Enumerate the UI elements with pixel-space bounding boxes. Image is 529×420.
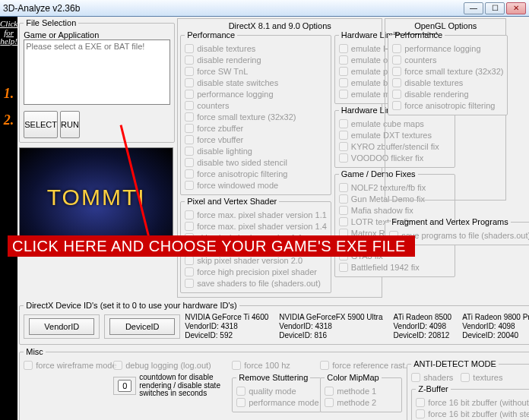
wireframe-check[interactable] [24, 361, 33, 370]
stutter-quality-check[interactable] [236, 387, 245, 396]
zb-1-label: force 16 bit zbuffer (with stencil) [428, 409, 529, 418]
mip2-label: methode 2 [337, 398, 376, 407]
ogl-perf-2-label: force small texture (32x32) [404, 67, 503, 76]
ogl-perf-3-check[interactable] [392, 78, 401, 87]
mip1-check[interactable] [325, 387, 334, 396]
zb-1-check[interactable] [416, 409, 425, 418]
dx-perf-7-label: force zbuffer [197, 124, 243, 133]
dx-perf-11-check[interactable] [185, 169, 194, 178]
ad-textures-check[interactable] [461, 373, 470, 382]
debuglog-check[interactable] [113, 361, 122, 370]
ogl-perf-1-label: counters [404, 55, 436, 65]
ogl-perf-4-label: disable rendering [404, 90, 468, 99]
dx-perf-legend: Performance [185, 30, 237, 39]
maximize-button[interactable]: ☐ [485, 2, 505, 14]
dx-caps-0-check[interactable] [339, 44, 348, 53]
run-button[interactable]: RUN [60, 111, 80, 138]
ogl-legend: OpenGL Options [411, 21, 480, 30]
dx-perf-0-check[interactable] [185, 44, 194, 53]
vendorid-button[interactable]: VendorID [29, 318, 94, 335]
dx-caps-4-check[interactable] [339, 90, 348, 99]
dx-perf-12-check[interactable] [185, 181, 194, 190]
force100hz-check[interactable] [232, 361, 241, 370]
dx-perf-7-check[interactable] [185, 124, 194, 133]
file-selection-legend: File Selection [24, 18, 78, 27]
dx-pvs-1-label: force max. pixel shader version 1.4 [197, 222, 327, 231]
dx-pvs-6-label: save shaders to file (shaders.out) [197, 279, 321, 288]
dx-pvs-4-check[interactable] [185, 256, 194, 265]
ogl-perf-4-check[interactable] [392, 90, 401, 99]
dx-perf-10-label: disable two sided stencil [197, 158, 287, 167]
zbuffer-legend: Z-Buffer [416, 384, 451, 393]
annotation-banner: CLICK HERE AND CHOOSE YOUR GAME'S EXE FI… [8, 235, 415, 257]
dx-perf-6-label: force small texture (32x32) [197, 112, 296, 122]
zb-0-label: force 16 bit zbuffer (without stencil) [428, 398, 529, 407]
dx-fixes-1-check[interactable] [339, 194, 348, 204]
dx-pvs-0-check[interactable] [185, 210, 194, 219]
ogl-perf-0-label: performance logging [404, 44, 480, 53]
dx-perf-8-check[interactable] [185, 135, 194, 144]
stutter-quality-label: quality mode [249, 387, 296, 396]
ogl-perf-0-check[interactable] [392, 44, 401, 53]
dx-perf-5-check[interactable] [185, 101, 194, 110]
antidetect-legend: ANTI-DETECT MODE [411, 359, 499, 368]
help-link[interactable]: Click for help! [0, 18, 17, 48]
dx-perf-0-label: disable textures [197, 44, 255, 53]
dx-fixes-3-check[interactable] [339, 217, 348, 226]
deviceid-button[interactable]: DeviceID [109, 318, 175, 335]
ad-shaders-check[interactable] [411, 373, 420, 382]
ogl-perf-2-check[interactable] [392, 67, 401, 76]
refrast-check[interactable] [320, 361, 329, 370]
ogl-perf-group: Performance performance loggingcountersf… [388, 30, 508, 115]
dx-perf-2-check[interactable] [185, 67, 194, 76]
zb-0-check[interactable] [416, 398, 425, 407]
countdown-input[interactable] [118, 380, 131, 392]
dx-perf-5-label: counters [197, 101, 229, 110]
dx-caps-1-check[interactable] [339, 55, 348, 65]
dx-perf-3-check[interactable] [185, 78, 194, 87]
dx-perf-1-label: disable rendering [197, 55, 261, 65]
dx-perf-10-check[interactable] [185, 158, 194, 167]
file-path-input[interactable] [24, 39, 170, 105]
dx-pvs-5-check[interactable] [185, 267, 194, 276]
dx-pvs-0-label: force max. pixel shader version 1.1 [197, 210, 327, 219]
zbuffer-group: Z-Buffer force 16 bit zbuffer (without s… [411, 384, 529, 420]
titlebar: 3D-Analyze v2.36b — ☐ ✕ [0, 0, 529, 17]
dx-perf-6-check[interactable] [185, 112, 194, 122]
ogl-perf-1-check[interactable] [392, 55, 401, 65]
dx-feat-3-check[interactable] [339, 153, 348, 163]
stutter-perf-check[interactable] [236, 398, 245, 407]
dx-fixes-7-check[interactable] [339, 263, 348, 272]
dx-pvs-6-check[interactable] [185, 279, 194, 288]
dx-perf-4-check[interactable] [185, 90, 194, 99]
dx-caps-3-check[interactable] [339, 78, 348, 87]
ogl-perf-5-label: force anisotropic filtering [404, 101, 495, 110]
mipmap-group: Color MipMap methode 1 methode 2 [320, 373, 402, 412]
force100hz-label: force 100 hz [244, 361, 290, 370]
dx-perf-12-label: force windowed mode [197, 181, 278, 190]
dx-feat-0-check[interactable] [339, 119, 348, 128]
dx-perf-1-check[interactable] [185, 55, 194, 65]
window-title: 3D-Analyze v2.36b [3, 3, 464, 14]
dx-perf-11-label: force anisotropic filtering [197, 169, 287, 178]
mipmap-legend: Color MipMap [325, 373, 381, 382]
dx-fixes-0-check[interactable] [339, 183, 348, 192]
dx-fixes-2-check[interactable] [339, 206, 348, 215]
dx-feat-1-check[interactable] [339, 131, 348, 140]
ogl-perf-5-check[interactable] [392, 101, 401, 110]
device-ids-legend: DirectX Device ID's (set it to 0 to use … [24, 301, 239, 310]
select-button[interactable]: SELECT [24, 111, 58, 138]
close-button[interactable]: ✕ [506, 2, 526, 14]
device-card: ATi Radeon 9800 ProVendorID: 4098DeviceI… [462, 313, 529, 340]
device-ids-group: DirectX Device ID's (set it to 0 to use … [19, 301, 529, 345]
dx-caps-2-check[interactable] [339, 67, 348, 76]
stutter-perf-label: performance mode [249, 398, 318, 407]
device-card: NVIDIA GeForce Ti 4600VendorID: 4318Devi… [185, 313, 268, 340]
dx-perf-9-check[interactable] [185, 147, 194, 156]
mip2-check[interactable] [325, 398, 334, 407]
device-card: NVIDIA GeForceFX 5900 UltraVendorID: 431… [279, 313, 382, 340]
minimize-button[interactable]: — [464, 2, 483, 14]
dx-perf-2-label: force SW TnL [197, 67, 248, 76]
dx-feat-2-check[interactable] [339, 142, 348, 151]
dx-pvs-1-check[interactable] [185, 222, 194, 231]
